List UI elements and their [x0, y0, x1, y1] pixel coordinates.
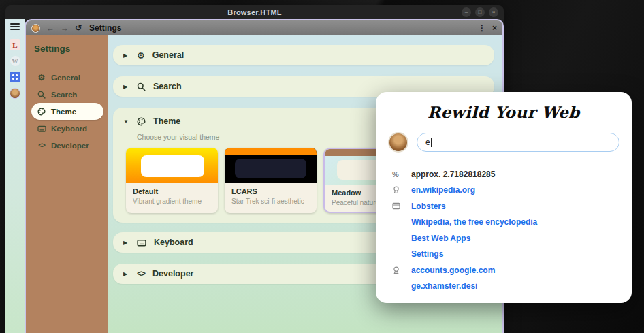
accordion-label: Theme	[153, 116, 180, 126]
chevron-right-icon: ▶	[123, 84, 129, 90]
accordion-label: Developer	[152, 269, 193, 279]
left-dock: L W	[5, 19, 25, 333]
tab-close-icon[interactable]: ×	[492, 24, 497, 32]
history-icon	[388, 266, 408, 274]
suggestion-tab[interactable]: Lobsters	[388, 198, 619, 215]
back-icon[interactable]: ←	[46, 24, 54, 32]
gear-icon: ⚙	[37, 74, 46, 82]
sidebar-item-search[interactable]: Search	[31, 86, 103, 103]
suggestion-history[interactable]: ge.xhamster.desi	[388, 279, 619, 295]
keyboard-icon	[137, 238, 146, 247]
palette-icon	[137, 117, 146, 126]
menu-icon[interactable]	[10, 23, 20, 30]
wikipedia-favicon[interactable]: W	[10, 56, 20, 66]
forward-icon[interactable]: →	[61, 24, 69, 32]
browser-logo-icon	[31, 24, 40, 33]
theme-name: Default	[133, 187, 211, 195]
suggestion-calc-result[interactable]: % approx. 2.7182818285	[388, 166, 619, 183]
search-input[interactable]: e	[417, 133, 619, 152]
window-titlebar[interactable]: Browser.HTML – □ ×	[5, 5, 504, 19]
theme-name: LCARS	[231, 187, 310, 195]
theme-preview-lcars	[225, 148, 317, 183]
search-icon	[137, 82, 146, 91]
desktop-background: Browser.HTML – □ × L W ←	[0, 0, 644, 333]
theme-card-lcars[interactable]: LCARS Star Trek sci-fi aesthetic	[225, 148, 317, 213]
suggestion-list: % approx. 2.7182818285 en.wikipedia.org …	[388, 166, 619, 294]
window-title: Browser.HTML	[227, 8, 281, 16]
sidebar-item-general[interactable]: ⚙ General	[31, 69, 103, 86]
theme-card-default[interactable]: Default Vibrant gradient theme	[126, 148, 218, 213]
accordion-label: Keyboard	[154, 238, 193, 247]
tab-title: Settings	[89, 23, 121, 33]
window-icon	[388, 202, 408, 210]
sidebar-item-developer[interactable]: <> Developer	[31, 137, 103, 154]
sidebar-item-label: Developer	[51, 142, 89, 150]
reload-icon[interactable]: ↺	[75, 24, 82, 32]
suggestion-tab[interactable]: Wikipedia, the free encyclopedia	[388, 215, 619, 231]
window-controls: – □ ×	[462, 7, 498, 17]
chevron-right-icon: ▶	[123, 271, 129, 277]
history-icon	[388, 186, 408, 194]
percent-icon: %	[388, 170, 408, 178]
gear-icon: ⚙	[137, 51, 145, 60]
apps-grid-icon[interactable]	[10, 72, 20, 82]
chevron-down-icon: ▼	[123, 118, 129, 125]
tab-menu-icon[interactable]: ⋮	[478, 24, 486, 32]
accordion-label: Search	[153, 82, 182, 91]
popup-title: Rewild Your Web	[388, 103, 619, 121]
suggestion-history[interactable]: en.wikipedia.org	[388, 183, 619, 199]
theme-subtitle: Star Trek sci-fi aesthetic	[231, 197, 310, 205]
theme-subtitle: Vibrant gradient theme	[133, 197, 211, 205]
tab-bar: ← → ↺ Settings ⋮ ×	[26, 20, 502, 35]
lobsters-favicon[interactable]: L	[10, 39, 20, 50]
sidebar-item-label: Keyboard	[51, 125, 87, 133]
code-icon: <>	[37, 142, 46, 149]
suggestion-history[interactable]: accounts.google.com	[388, 262, 619, 279]
maximize-button[interactable]: □	[475, 7, 485, 17]
sidebar-item-label: Search	[51, 91, 77, 99]
accordion-general[interactable]: ▶ ⚙ General	[113, 45, 494, 65]
accordion-label: General	[152, 50, 184, 60]
keyboard-icon	[37, 125, 46, 133]
search-icon	[37, 91, 46, 99]
sidebar-item-label: General	[51, 74, 80, 82]
profile-avatar[interactable]	[10, 88, 20, 99]
suggestion-tab[interactable]: Best Web Apps	[388, 230, 619, 247]
code-icon: <>	[137, 270, 145, 278]
theme-preview-default	[126, 148, 218, 183]
search-input-value: e	[425, 138, 430, 147]
sidebar-heading: Settings	[34, 44, 102, 54]
close-button[interactable]: ×	[489, 7, 498, 17]
chevron-right-icon: ▶	[123, 52, 129, 59]
sidebar-item-theme[interactable]: Theme	[31, 103, 103, 120]
palette-icon	[37, 108, 46, 116]
text-cursor	[431, 138, 432, 147]
sidebar-item-keyboard[interactable]: Keyboard	[31, 120, 103, 137]
suggestion-tab[interactable]: Settings	[388, 247, 619, 263]
settings-sidebar: Settings ⚙ General Search	[26, 35, 108, 333]
chevron-right-icon: ▶	[123, 240, 129, 246]
minimize-button[interactable]: –	[462, 7, 471, 17]
sidebar-item-label: Theme	[51, 108, 76, 116]
omnibox-popup: Rewild Your Web e % approx. 2.7182818285…	[376, 92, 632, 303]
mascot-avatar-icon	[388, 132, 408, 153]
